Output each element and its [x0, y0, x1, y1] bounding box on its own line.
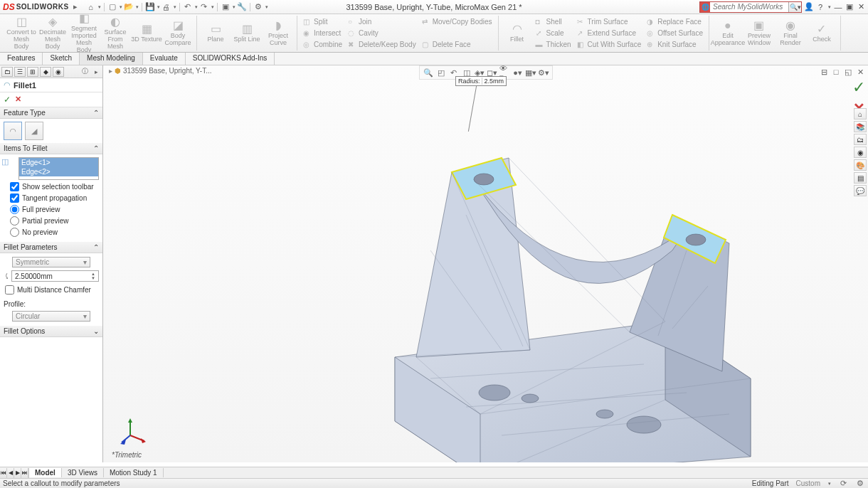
panel-help-icon[interactable]: ⓘ [80, 67, 90, 77]
print-icon[interactable]: 🖨 [162, 2, 171, 12]
view-triad[interactable] [120, 417, 149, 447]
appearances-icon[interactable]: 🎨 [854, 159, 867, 171]
selection-filter-icon[interactable]: ◫ [1, 157, 9, 180]
knit-surface-button[interactable]: ⊕Knit Surface [645, 39, 704, 50]
vp-restore-icon[interactable]: ◱ [843, 67, 853, 77]
logo-dropdown-icon[interactable]: ▸ [70, 2, 80, 12]
vp-collapse-icon[interactable]: ⊟ [819, 67, 829, 77]
close-icon[interactable]: ✕ [857, 3, 865, 11]
fillet-parameters-header[interactable]: Fillet Parameters⌃ [0, 242, 102, 253]
replace-face-button[interactable]: ◑Replace Face [645, 16, 704, 27]
fillet-type-chamfer-icon[interactable]: ◢ [25, 122, 43, 140]
view-settings-icon[interactable]: ⚙▾ [538, 68, 549, 78]
sheet-tab-3dviews[interactable]: 3D Views [62, 468, 104, 477]
vp-maximize-icon[interactable]: □ [831, 67, 841, 77]
fillet-options-header[interactable]: Fillet Options⌄ [0, 326, 102, 337]
combine-button[interactable]: ◎Combine [302, 39, 344, 50]
shell-button[interactable]: ◘Shell [534, 16, 573, 27]
callout-value[interactable]: 2.5mm [482, 78, 504, 85]
model-geometry[interactable] [288, 108, 772, 462]
delete-keep-body-button[interactable]: ✖Delete/Keep Body [346, 39, 418, 50]
3d-texture-button[interactable]: ▦3D Texture [131, 16, 162, 51]
project-curve-button[interactable]: ◗Project Curve [263, 16, 294, 51]
user-icon[interactable]: 👤 [805, 3, 813, 11]
viewport-accept-icon[interactable]: ✓ [852, 78, 865, 97]
no-preview-radio[interactable] [10, 228, 19, 237]
final-render-button[interactable]: ◉Final Render [775, 16, 806, 51]
display-tab-icon[interactable]: ◉ [53, 67, 64, 77]
file-explorer-icon[interactable]: 🗂 [854, 134, 867, 145]
edit-appearance-button[interactable]: ●Edit Appearance [712, 16, 743, 51]
items-to-fillet-header[interactable]: Items To Fillet⌃ [0, 143, 102, 154]
select-icon[interactable]: ▣ [221, 2, 231, 12]
panel-right-icon[interactable]: ▸ [91, 67, 101, 77]
vp-close-icon[interactable]: ✕ [855, 67, 865, 77]
redo-icon[interactable]: ↷ [199, 2, 209, 12]
list-item[interactable]: Edge<2> [19, 167, 98, 176]
custom-props-icon[interactable]: ▤ [854, 172, 867, 184]
thicken-button[interactable]: ▬Thicken [534, 39, 573, 50]
sw-resources-icon[interactable]: ⌂ [854, 108, 867, 120]
propertymanager-tab-icon[interactable]: ☰ [14, 67, 26, 77]
zoom-area-icon[interactable]: ◰ [435, 68, 447, 78]
join-button[interactable]: ○Join [346, 16, 418, 27]
design-library-icon[interactable]: 📚 [854, 121, 867, 132]
fillet-type-constant-icon[interactable]: ◜◝ [4, 122, 22, 140]
tab-addins[interactable]: SOLIDWORKS Add-Ins [186, 53, 275, 65]
new-icon[interactable]: ▢ [107, 2, 117, 12]
cavity-button[interactable]: ◌Cavity [346, 28, 418, 38]
featuretree-tab-icon[interactable]: 🗀 [1, 67, 13, 77]
view-palette-icon[interactable]: ◉ [854, 147, 867, 158]
sheet-prev-icon[interactable]: ◀ [7, 468, 14, 478]
search-input[interactable] [710, 3, 788, 11]
preview-window-button[interactable]: ▣Preview Window [743, 16, 775, 51]
tab-mesh-modeling[interactable]: Mesh Modeling [80, 53, 143, 65]
configmanager-tab-icon[interactable]: ⊞ [27, 67, 38, 77]
status-units[interactable]: Custom [796, 479, 820, 487]
accept-button[interactable]: ✓ [4, 95, 11, 105]
home-icon[interactable]: ⌂ [86, 2, 96, 12]
split-button[interactable]: ◫Split [302, 16, 344, 27]
cut-with-surface-button[interactable]: ◧Cut With Surface [576, 39, 643, 50]
list-item[interactable]: Edge<1> [19, 158, 98, 167]
cancel-button[interactable]: ✕ [15, 95, 21, 105]
forum-icon[interactable]: 💬 [854, 185, 867, 196]
status-settings-icon[interactable]: ⚙ [855, 479, 865, 489]
tab-evaluate[interactable]: Evaluate [143, 53, 186, 65]
partial-preview-radio[interactable] [10, 216, 19, 226]
tab-sketch[interactable]: Sketch [43, 53, 80, 65]
restore-icon[interactable]: ▣ [845, 3, 854, 11]
search-button[interactable]: 🔍▾ [788, 2, 801, 12]
options-icon[interactable]: ⚙ [253, 2, 263, 12]
tab-features[interactable]: Features [0, 53, 43, 65]
undo-icon[interactable]: ↶ [183, 2, 193, 12]
segment-mesh-button[interactable]: ◧Segment Imported Mesh Body [68, 16, 100, 51]
sheet-next-icon[interactable]: ▶ [14, 468, 21, 478]
scale-button[interactable]: ⤢Scale [534, 28, 573, 38]
feature-type-header[interactable]: Feature Type⌃ [0, 107, 102, 119]
body-compare-button[interactable]: ◪Body Compare [162, 16, 194, 51]
convert-to-mesh-button[interactable]: ◫Convert to Mesh Body [6, 16, 37, 51]
surface-from-mesh-button[interactable]: ◐Surface From Mesh [100, 16, 131, 51]
check-button[interactable]: ✓Check [806, 16, 837, 51]
zoom-fit-icon[interactable]: 🔍 [423, 68, 434, 78]
delete-face-button[interactable]: ▢Delete Face [420, 39, 494, 50]
extend-surface-button[interactable]: ↗Extend Surface [576, 28, 643, 38]
edge-selection-list[interactable]: Edge<1> Edge<2> [18, 157, 99, 180]
sheet-first-icon[interactable]: ⏮ [0, 468, 7, 478]
fillet-button[interactable]: ◠Fillet [502, 16, 533, 51]
graphics-viewport[interactable]: ▸ ⬢ 313599 Base, Upright, Y-T... 🔍 ◰ ↶ ◫… [103, 65, 868, 462]
scene-icon[interactable]: ▦▾ [525, 68, 536, 78]
symmetric-dropdown[interactable]: Symmetric▾ [12, 257, 90, 267]
move-copy-button[interactable]: ⇄Move/Copy Bodies [420, 16, 494, 27]
open-icon[interactable]: 📂 [124, 2, 134, 12]
appearance-icon[interactable]: ●▾ [512, 68, 524, 78]
minimize-icon[interactable]: — [834, 3, 842, 11]
split-line-button[interactable]: ▥Split Line [231, 16, 263, 51]
dimxpert-tab-icon[interactable]: ◆ [40, 67, 51, 77]
intersect-button[interactable]: ◉Intersect [302, 28, 344, 38]
sheet-last-icon[interactable]: ⏭ [21, 468, 28, 478]
sheet-tab-model[interactable]: Model [29, 468, 62, 477]
save-icon[interactable]: 💾 [145, 2, 155, 12]
radius-callout[interactable]: Radius: 2.5mm [455, 76, 507, 86]
